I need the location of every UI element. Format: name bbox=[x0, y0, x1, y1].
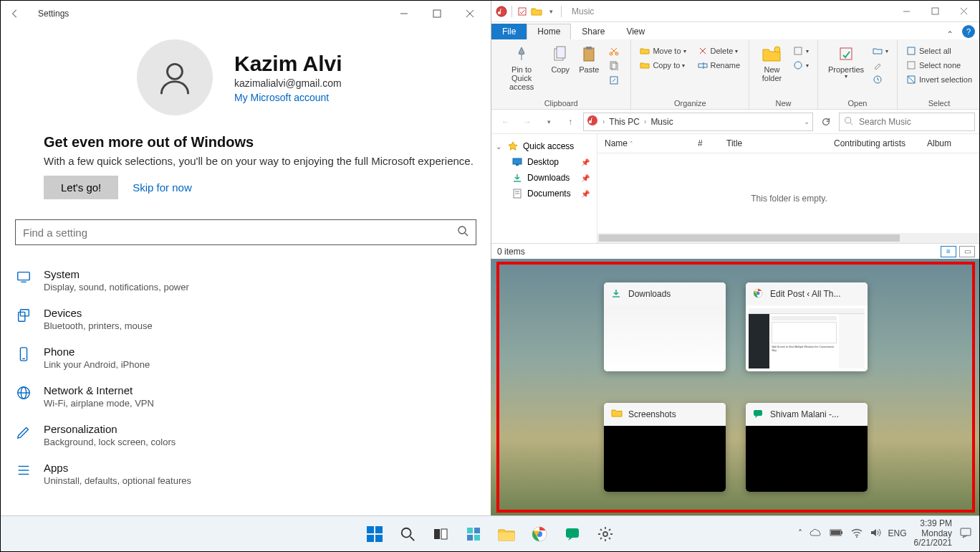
snap-tile-chat[interactable]: Shivam Malani -... bbox=[746, 403, 868, 492]
minimize-button[interactable] bbox=[388, 3, 421, 24]
expand-icon[interactable]: ⌄ bbox=[496, 143, 503, 151]
chevron-right-icon[interactable]: › bbox=[644, 118, 646, 125]
breadcrumb-music[interactable]: Music bbox=[650, 117, 673, 127]
svg-rect-50 bbox=[516, 164, 519, 166]
explorer-minimize-button[interactable] bbox=[892, 3, 921, 20]
settings-taskbar-button[interactable] bbox=[592, 521, 618, 547]
tab-view[interactable]: View bbox=[615, 24, 655, 39]
nav-quick-access[interactable]: ⌄ Quick access bbox=[493, 138, 595, 154]
svg-rect-20 bbox=[519, 8, 526, 15]
delete-button[interactable]: Delete▾ bbox=[695, 45, 744, 57]
history-button[interactable] bbox=[870, 74, 891, 85]
start-button[interactable] bbox=[362, 521, 388, 547]
details-view-button[interactable]: ≡ bbox=[941, 246, 956, 257]
nav-desktop[interactable]: Desktop📌 bbox=[493, 154, 595, 170]
breadcrumb-this-pc[interactable]: This PC bbox=[609, 117, 640, 127]
battery-icon[interactable] bbox=[830, 528, 844, 539]
task-view-button[interactable] bbox=[428, 521, 453, 547]
action-center-icon[interactable] bbox=[959, 527, 972, 541]
chat-taskbar-button[interactable] bbox=[559, 521, 585, 547]
select-all-button[interactable]: Select all bbox=[903, 45, 975, 57]
category-network[interactable]: Network & InternetWi-Fi, airplane mode, … bbox=[1, 377, 491, 416]
settings-categories: SystemDisplay, sound, notifications, pow… bbox=[1, 261, 491, 493]
back-button[interactable] bbox=[5, 4, 25, 24]
settings-search[interactable] bbox=[15, 219, 476, 245]
chrome-taskbar-button[interactable] bbox=[527, 521, 552, 547]
explorer-search[interactable] bbox=[839, 113, 975, 131]
category-apps[interactable]: AppsUninstall, defaults, optional featur… bbox=[1, 455, 491, 493]
ribbon-collapse-icon[interactable]: ⌃ bbox=[941, 29, 959, 39]
address-bar[interactable]: › This PC › Music ⌄ bbox=[583, 113, 813, 131]
col-artists[interactable]: Contributing artists bbox=[827, 138, 920, 148]
move-to-button[interactable]: Move to▾ bbox=[637, 45, 688, 57]
col-album[interactable]: Album bbox=[920, 138, 959, 148]
category-system[interactable]: SystemDisplay, sound, notifications, pow… bbox=[1, 261, 491, 300]
settings-search-input[interactable] bbox=[23, 227, 457, 239]
select-none-button[interactable]: Select none bbox=[903, 60, 975, 71]
chevron-down-icon[interactable]: ⌄ bbox=[804, 118, 810, 125]
nav-forward-button[interactable]: → bbox=[519, 113, 536, 130]
easy-access-button[interactable]: ▾ bbox=[790, 60, 812, 71]
icons-view-button[interactable]: ▭ bbox=[959, 246, 975, 257]
qat-folder-icon[interactable] bbox=[529, 4, 544, 19]
onedrive-icon[interactable] bbox=[810, 528, 822, 539]
pin-quick-access-button[interactable]: Pin to Quick access bbox=[497, 42, 546, 92]
search-button[interactable] bbox=[395, 521, 421, 547]
paste-button[interactable]: Paste bbox=[575, 42, 603, 75]
skip-link[interactable]: Skip for now bbox=[133, 181, 192, 194]
svg-rect-67 bbox=[467, 535, 473, 541]
copy-button[interactable]: Copy bbox=[546, 42, 575, 75]
category-personalization[interactable]: PersonalizationBackground, lock screen, … bbox=[1, 416, 491, 455]
cut-button[interactable] bbox=[606, 45, 625, 57]
explorer-maximize-button[interactable] bbox=[921, 3, 949, 20]
explorer-search-input[interactable] bbox=[859, 117, 970, 127]
tab-file[interactable]: File bbox=[491, 24, 527, 39]
invert-selection-button[interactable]: Invert selection bbox=[903, 74, 975, 85]
nav-recent-button[interactable]: ▾ bbox=[540, 113, 557, 130]
qat-dropdown-icon[interactable]: ▾ bbox=[544, 4, 558, 19]
widgets-button[interactable] bbox=[461, 521, 486, 547]
nav-downloads[interactable]: Downloads📌 bbox=[493, 170, 595, 186]
snap-tile-screenshots[interactable]: Screenshots bbox=[604, 403, 726, 492]
rename-button[interactable]: Rename bbox=[695, 60, 744, 71]
microsoft-account-link[interactable]: My Microsoft account bbox=[234, 92, 342, 103]
explorer-taskbar-button[interactable] bbox=[494, 521, 519, 547]
clock[interactable]: 3:39 PM Monday 6/21/2021 bbox=[914, 519, 952, 548]
avatar[interactable] bbox=[137, 39, 213, 115]
tab-share[interactable]: Share bbox=[571, 24, 615, 39]
help-icon[interactable]: ? bbox=[962, 25, 975, 38]
open-button[interactable]: ▾ bbox=[870, 45, 891, 57]
horizontal-scrollbar[interactable] bbox=[597, 233, 980, 243]
svg-rect-42 bbox=[840, 48, 852, 60]
close-button[interactable] bbox=[453, 3, 486, 24]
copy-to-button[interactable]: Copy to▾ bbox=[637, 60, 688, 71]
qat-properties-icon[interactable] bbox=[515, 4, 529, 19]
snap-tile-downloads[interactable]: Downloads bbox=[604, 282, 726, 371]
lets-go-button[interactable]: Let's go! bbox=[44, 176, 118, 199]
col-name[interactable]: Name ˄ bbox=[597, 138, 691, 148]
nav-up-button[interactable]: ↑ bbox=[562, 113, 579, 130]
new-folder-button[interactable]: New folder bbox=[755, 42, 789, 84]
new-item-button[interactable]: ▾ bbox=[790, 45, 812, 57]
edit-button[interactable] bbox=[870, 60, 891, 71]
wifi-icon[interactable] bbox=[851, 528, 863, 540]
language-indicator[interactable]: ENG bbox=[888, 528, 907, 538]
tab-home[interactable]: Home bbox=[527, 24, 571, 39]
copy-path-button[interactable] bbox=[606, 60, 625, 71]
svg-rect-9 bbox=[19, 312, 25, 321]
properties-button[interactable]: Properties▾ bbox=[824, 42, 868, 82]
refresh-button[interactable] bbox=[817, 113, 835, 130]
nav-back-button[interactable]: ← bbox=[497, 113, 514, 130]
explorer-close-button[interactable] bbox=[949, 3, 978, 20]
category-devices[interactable]: DevicesBluetooth, printers, mouse bbox=[1, 300, 491, 338]
snap-tile-edit-post[interactable]: Edit Post ‹ All Th... Split Screen to Vi… bbox=[746, 282, 868, 371]
nav-documents[interactable]: Documents📌 bbox=[493, 186, 595, 201]
chevron-right-icon[interactable]: › bbox=[602, 118, 605, 125]
tray-chevron-icon[interactable]: ˄ bbox=[798, 528, 802, 538]
col-num[interactable]: # bbox=[691, 138, 719, 148]
col-title[interactable]: Title bbox=[719, 138, 827, 148]
category-phone[interactable]: PhoneLink your Android, iPhone bbox=[1, 338, 491, 377]
maximize-button[interactable] bbox=[421, 3, 453, 24]
paste-shortcut-button[interactable] bbox=[606, 74, 625, 85]
volume-icon[interactable] bbox=[870, 528, 881, 540]
